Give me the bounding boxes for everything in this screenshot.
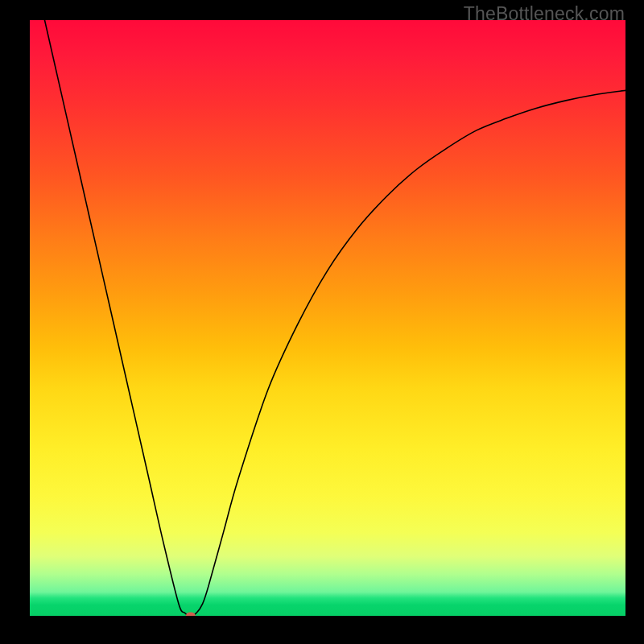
outer-frame: TheBottleneck.com	[0, 0, 644, 644]
watermark-text: TheBottleneck.com	[464, 3, 625, 25]
current-point-marker	[186, 613, 196, 617]
bottleneck-curve-path	[45, 20, 626, 616]
bottleneck-curve-svg	[30, 20, 625, 616]
plot-area	[30, 20, 625, 616]
